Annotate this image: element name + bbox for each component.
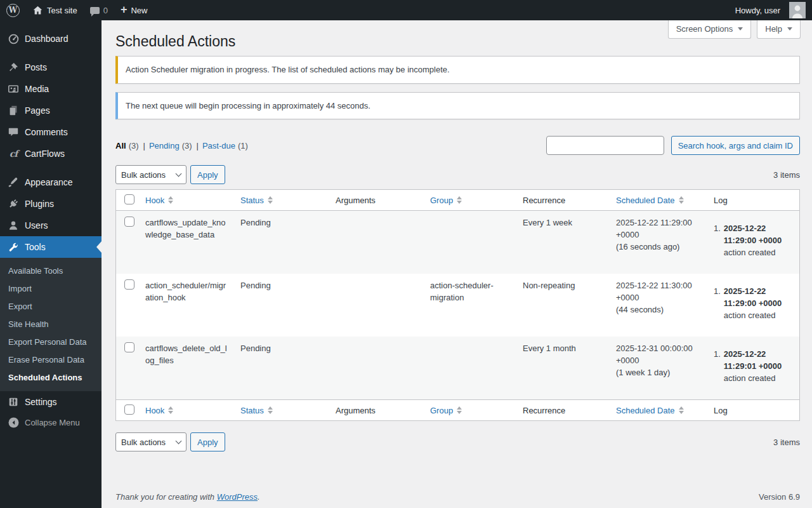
sliders-icon <box>7 396 20 408</box>
table-row: cartflows_delete_old_log_files Pending E… <box>116 337 799 399</box>
search-button[interactable]: Search hook, args and claim ID <box>671 136 800 155</box>
collapse-menu-label: Collapse Menu <box>25 418 80 427</box>
apply-button[interactable]: Apply <box>190 432 225 451</box>
collapse-menu-button[interactable]: Collapse Menu <box>0 413 102 432</box>
tablenav-top: Bulk actions Apply 3 items <box>115 165 800 184</box>
row-checkbox[interactable] <box>124 279 134 290</box>
sidebar-item-plugins[interactable]: Plugins <box>0 193 102 215</box>
submenu-item-import[interactable]: Import <box>0 280 102 298</box>
sidebar-item-label: Media <box>25 84 49 94</box>
filter-past-due-count: (1) <box>238 141 248 150</box>
notice-queue-info: The next queue will begin processing in … <box>115 92 800 120</box>
table-row: cartflows_update_knowledge_base_data Pen… <box>116 211 799 274</box>
submenu-item-available-tools[interactable]: Available Tools <box>0 262 102 280</box>
column-log: Log <box>714 406 728 415</box>
media-icon <box>7 83 20 95</box>
wordpress-logo-menu[interactable]: W <box>0 0 26 20</box>
sidebar-item-comments[interactable]: Comments <box>0 121 102 143</box>
sidebar-item-dashboard[interactable]: Dashboard <box>0 28 102 50</box>
site-name-menu[interactable]: Test site <box>26 0 84 20</box>
sidebar-item-tools[interactable]: Tools <box>0 236 102 258</box>
arguments-cell <box>331 274 425 337</box>
sidebar-item-media[interactable]: Media <box>0 78 102 100</box>
sort-status[interactable]: Status <box>240 196 273 205</box>
submenu-item-scheduled-actions[interactable]: Scheduled Actions <box>0 369 102 387</box>
sort-arrows-icon <box>457 196 462 204</box>
row-checkbox[interactable] <box>124 342 134 352</box>
sort-arrows-icon <box>457 406 462 414</box>
new-label: New <box>131 6 147 15</box>
avatar <box>789 2 806 18</box>
table-row: action_scheduler/migration_hook Pending … <box>116 274 799 337</box>
filter-all[interactable]: All <box>115 141 126 150</box>
group-cell <box>425 211 518 274</box>
sidebar-item-label: Dashboard <box>25 34 69 44</box>
active-menu-arrow-icon <box>96 241 102 253</box>
sort-arrows-icon <box>679 196 684 204</box>
sort-status[interactable]: Status <box>240 406 273 415</box>
site-name-label: Test site <box>47 6 77 15</box>
submenu-item-export[interactable]: Export <box>0 298 102 316</box>
sidebar-item-posts[interactable]: Posts <box>0 57 102 78</box>
table-footer-row: Hook Status Arguments Group Recurrence S… <box>116 399 799 420</box>
group-cell: action-scheduler-migration <box>425 274 518 337</box>
submenu-item-erase-personal-data[interactable]: Erase Personal Data <box>0 351 102 369</box>
sidebar-item-pages[interactable]: Pages <box>0 100 102 121</box>
sidebar-item-label: Posts <box>25 62 47 72</box>
sidebar-item-label: Plugins <box>25 199 54 209</box>
bulk-actions-select[interactable]: Bulk actions <box>115 432 187 451</box>
search-box: Search hook, args and claim ID <box>546 136 800 155</box>
filter-past-due[interactable]: Past-due <box>202 141 235 150</box>
notice-text: Action Scheduler migration in progress. … <box>126 65 450 74</box>
select-all-checkbox[interactable] <box>124 404 134 415</box>
sort-hook[interactable]: Hook <box>145 196 173 205</box>
cartflows-icon: cf <box>7 147 20 160</box>
admin-bar: W Test site 0 + New Howdy, user <box>0 0 812 20</box>
sidebar-item-label: Settings <box>25 397 57 407</box>
screen-meta: Screen Options Help <box>668 20 801 39</box>
sidebar-item-label: CartFlows <box>25 149 65 159</box>
sidebar-item-appearance[interactable]: Appearance <box>0 171 102 193</box>
tablenav-bottom: Bulk actions Apply 3 items <box>115 432 800 451</box>
filter-pending[interactable]: Pending <box>149 141 180 150</box>
items-count: 3 items <box>773 438 800 447</box>
comments-menu[interactable]: 0 <box>84 0 114 20</box>
select-all-checkbox[interactable] <box>124 194 134 204</box>
hook-cell: cartflows_update_knowledge_base_data <box>140 211 235 274</box>
sort-hook[interactable]: Hook <box>145 406 173 415</box>
filters-row: All(3)|Pending(3)|Past-due(1) Search hoo… <box>115 136 800 155</box>
comment-icon <box>90 7 100 14</box>
recurrence-cell: Every 1 week <box>518 211 611 274</box>
speech-bubble-icon <box>7 126 20 138</box>
sidebar-item-label: Pages <box>25 105 50 116</box>
submenu-item-site-health[interactable]: Site Health <box>0 316 102 333</box>
search-input[interactable] <box>546 136 664 155</box>
submenu-item-export-personal-data[interactable]: Export Personal Data <box>0 333 102 351</box>
recurrence-cell: Non-repeating <box>518 274 611 337</box>
sidebar-item-cartflows[interactable]: cf CartFlows <box>0 143 102 164</box>
sidebar-item-label: Comments <box>25 127 68 137</box>
row-checkbox[interactable] <box>124 217 134 227</box>
screen-options-button[interactable]: Screen Options <box>668 20 752 39</box>
comments-count: 0 <box>103 6 108 15</box>
arguments-cell <box>331 337 425 399</box>
my-account-menu[interactable]: Howdy, user <box>729 0 812 20</box>
sidebar-item-settings[interactable]: Settings <box>0 391 102 413</box>
log-cell: 1.2025-12-22 11:29:00 +0000action create… <box>709 274 799 337</box>
sort-scheduled-date[interactable]: Scheduled Date <box>616 196 684 205</box>
help-button[interactable]: Help <box>757 20 801 39</box>
sidebar-item-label: Tools <box>25 242 46 252</box>
admin-bar-right: Howdy, user <box>729 0 812 20</box>
chevron-down-icon <box>787 27 792 30</box>
wordpress-link[interactable]: WordPress <box>217 492 258 502</box>
sidebar-item-users[interactable]: Users <box>0 215 102 236</box>
plug-icon <box>7 197 20 210</box>
table-header-row: Hook Status Arguments Group Recurrence S… <box>116 190 799 211</box>
sort-scheduled-date[interactable]: Scheduled Date <box>616 406 684 415</box>
bulk-actions-select[interactable]: Bulk actions <box>115 165 187 184</box>
sort-group[interactable]: Group <box>430 406 462 415</box>
sort-group[interactable]: Group <box>430 196 462 205</box>
apply-button[interactable]: Apply <box>190 165 225 184</box>
footer-thanks: Thank you for creating with WordPress. <box>115 492 260 502</box>
new-content-menu[interactable]: + New <box>114 0 154 20</box>
